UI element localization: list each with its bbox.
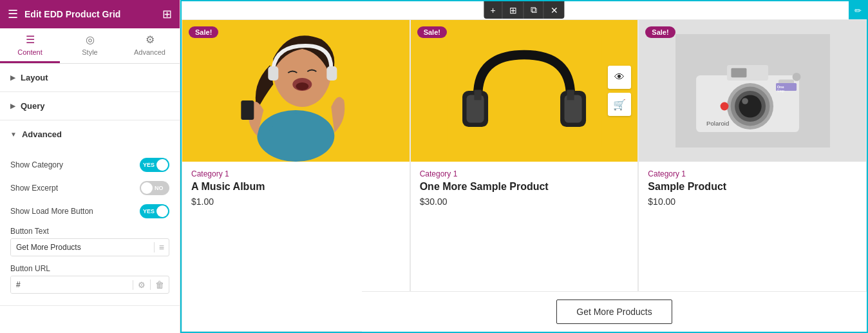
svg-rect-14: [567, 90, 574, 100]
tab-advanced[interactable]: ⚙ Advanced: [120, 28, 180, 63]
advanced-header[interactable]: ▼ Advanced: [0, 120, 180, 148]
button-url-label: Button URL: [10, 260, 169, 276]
svg-rect-13: [474, 90, 481, 100]
show-category-toggle-label: YES: [143, 162, 155, 168]
top-bar: ☰ Edit EDD Product Grid ⊞: [0, 0, 180, 28]
show-excerpt-toggle[interactable]: NO: [140, 181, 169, 195]
product-img-music: [182, 20, 410, 162]
query-section: ▶ Query: [0, 92, 180, 120]
tab-style[interactable]: ◎ Style: [60, 28, 120, 63]
tab-advanced-label: Advanced: [134, 48, 165, 56]
button-text-list-icon[interactable]: ≡: [154, 242, 169, 252]
edit-corner-btn[interactable]: ✏: [849, 1, 867, 19]
advanced-content: Show Category YES Show Excerpt NO Show L…: [0, 148, 180, 305]
sale-badge-music: Sale!: [189, 26, 218, 38]
content-tab-icon: ☰: [26, 33, 35, 46]
toolbar-add-btn[interactable]: +: [484, 2, 502, 19]
toolbar-grid-btn[interactable]: ⊞: [503, 2, 524, 19]
svg-text:Polaroid: Polaroid: [706, 120, 729, 127]
show-load-more-row: Show Load More Button YES: [10, 200, 169, 223]
right-panel: + ⊞ ⧉ ✕ ✏: [180, 0, 868, 333]
show-excerpt-knob: [141, 182, 153, 194]
tab-content-label: Content: [17, 48, 42, 56]
layout-label: Layout: [21, 73, 48, 82]
show-load-more-knob: [156, 205, 168, 217]
load-more-button[interactable]: Get More Products: [556, 300, 672, 324]
button-text-input[interactable]: [11, 239, 154, 256]
layout-section: ▶ Layout: [0, 64, 180, 92]
grid-icon[interactable]: ⊞: [162, 7, 172, 21]
product-name-headphones: One More Sample Product: [420, 181, 629, 193]
svg-point-21: [739, 95, 761, 117]
product-image-wrap-headphones: Sale! 👁 🛒: [411, 20, 638, 162]
svg-rect-3: [268, 66, 278, 81]
view-product-btn[interactable]: 👁: [608, 66, 631, 89]
button-text-input-row: ≡: [10, 238, 169, 256]
toolbar-close-btn[interactable]: ✕: [544, 2, 565, 19]
product-image-wrap-music: Sale!: [182, 20, 410, 162]
product-price-headphones: $30.00: [420, 196, 629, 207]
button-url-input[interactable]: [11, 276, 133, 293]
show-category-toggle[interactable]: YES: [140, 158, 169, 172]
product-info-music: Category 1 A Music Album $1.00: [182, 162, 410, 214]
button-url-gear-icon[interactable]: ⚙: [133, 280, 150, 290]
product-price-music: $1.00: [191, 196, 401, 207]
button-url-delete-icon[interactable]: 🗑: [150, 280, 169, 290]
show-category-label: Show Category: [10, 160, 63, 169]
headphones-svg: [433, 34, 615, 147]
product-img-headphones: [411, 20, 638, 162]
svg-point-29: [720, 102, 728, 111]
svg-rect-5: [241, 100, 254, 120]
query-header[interactable]: ▶ Query: [0, 92, 180, 120]
product-name-music: A Music Album: [191, 181, 401, 193]
product-card-camera: One Step Polaroid Sale! Category 1: [638, 19, 867, 332]
tab-style-label: Style: [82, 48, 97, 56]
show-category-row: Show Category YES: [10, 153, 169, 176]
show-load-more-label: Show Load More Button: [10, 207, 93, 216]
svg-point-7: [296, 82, 308, 90]
svg-text:Step: Step: [777, 89, 784, 93]
left-panel: ☰ Edit EDD Product Grid ⊞ ☰ Content ◎ St…: [0, 0, 180, 333]
button-url-input-row: ⚙ 🗑: [10, 276, 169, 294]
product-actions: 👁 🛒: [608, 66, 631, 116]
product-info-camera: Category 1 Sample Product $10.00: [639, 162, 866, 214]
show-excerpt-row: Show Excerpt NO: [10, 176, 169, 200]
sale-badge-headphones: Sale!: [417, 26, 447, 38]
query-label: Query: [21, 101, 45, 111]
advanced-label: Advanced: [22, 129, 62, 139]
tab-content[interactable]: ☰ Content: [0, 28, 60, 63]
camera-svg: One Step Polaroid: [662, 34, 844, 147]
product-card-headphones: Sale! 👁 🛒 Category 1 One More Sample Pro…: [410, 19, 639, 332]
add-to-cart-btn[interactable]: 🛒: [608, 93, 631, 116]
show-load-more-toggle[interactable]: YES: [140, 204, 169, 218]
product-name-camera: Sample Product: [648, 181, 857, 193]
query-arrow: ▶: [10, 102, 15, 109]
advanced-tab-icon: ⚙: [146, 33, 155, 46]
show-load-more-toggle-label: YES: [143, 208, 155, 214]
product-card-music: Sale! Category 1 A Music Album $1.00: [182, 19, 410, 332]
tabs-bar: ☰ Content ◎ Style ⚙ Advanced: [0, 28, 180, 64]
product-image-wrap-camera: One Step Polaroid Sale!: [639, 20, 866, 162]
sale-badge-camera: Sale!: [645, 26, 675, 38]
style-tab-icon: ◎: [86, 33, 95, 46]
svg-rect-30: [731, 68, 746, 77]
product-category-camera: Category 1: [648, 169, 857, 178]
product-grid: Sale! Category 1 A Music Album $1.00: [182, 1, 867, 332]
widget-toolbar: + ⊞ ⧉ ✕: [484, 1, 564, 19]
product-img-camera: One Step Polaroid: [639, 20, 866, 162]
hamburger-icon[interactable]: ☰: [8, 7, 18, 21]
toolbar-copy-btn[interactable]: ⧉: [524, 1, 544, 19]
load-more-wrap: Get More Products: [362, 291, 867, 332]
svg-rect-4: [326, 66, 337, 81]
show-excerpt-toggle-label: NO: [155, 185, 164, 191]
show-excerpt-label: Show Excerpt: [10, 184, 58, 193]
advanced-section: ▼ Advanced Show Category YES Show Excerp…: [0, 120, 180, 306]
svg-point-22: [742, 98, 748, 104]
layout-header[interactable]: ▶ Layout: [0, 64, 180, 91]
advanced-arrow: ▼: [10, 131, 17, 138]
panel-title: Edit EDD Product Grid: [24, 9, 120, 19]
product-category-headphones: Category 1: [420, 169, 629, 178]
svg-point-28: [792, 73, 800, 81]
product-price-camera: $10.00: [648, 196, 857, 207]
layout-arrow: ▶: [10, 74, 15, 81]
